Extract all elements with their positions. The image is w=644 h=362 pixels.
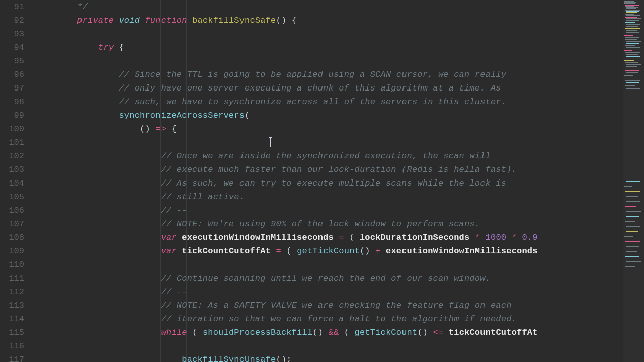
minimap-line <box>626 272 640 272</box>
minimap-line <box>625 221 635 222</box>
minimap-line <box>626 261 641 262</box>
minimap-line <box>626 231 638 232</box>
code-line[interactable]: backfillSyncUnsafe(); <box>35 353 623 362</box>
minimap-line <box>625 14 634 15</box>
code-line[interactable] <box>35 136 623 149</box>
code-line[interactable]: // Once we are inside the synchronized e… <box>35 149 623 163</box>
line-number[interactable]: 93 <box>0 27 24 41</box>
line-number[interactable]: 94 <box>0 41 24 54</box>
code-line[interactable]: // still active. <box>35 190 623 204</box>
line-number[interactable]: 114 <box>0 312 24 326</box>
line-number[interactable]: 100 <box>0 122 24 136</box>
line-number[interactable]: 105 <box>0 190 24 204</box>
minimap-line <box>626 246 639 247</box>
minimap-line <box>626 297 637 297</box>
code-line[interactable]: private void function backfillSyncSafe()… <box>35 14 623 27</box>
minimap-line <box>624 236 633 237</box>
line-number[interactable]: 106 <box>0 204 24 217</box>
code-line[interactable]: // iteration so that we can force a halt… <box>35 312 623 326</box>
line-number[interactable]: 102 <box>0 149 24 163</box>
code-line[interactable] <box>35 54 623 68</box>
minimap-line <box>624 75 633 76</box>
code-line[interactable]: // NOTE: We're using 90% of the lock win… <box>35 217 623 231</box>
code-line[interactable]: // As such, we can try to execute multip… <box>35 176 623 190</box>
minimap-line <box>626 226 640 227</box>
minimap-line <box>626 72 638 73</box>
code-line[interactable]: */ <box>35 0 623 14</box>
minimap-line <box>626 342 640 342</box>
minimap-line <box>625 28 640 29</box>
line-number[interactable]: 116 <box>0 339 24 353</box>
minimap-line <box>626 352 641 352</box>
code-line[interactable]: // -- <box>35 204 623 217</box>
minimap-line <box>624 35 633 36</box>
line-number-gutter[interactable]: 9192939495969798991001011021031041051061… <box>0 0 31 362</box>
code-line[interactable]: while ( shouldProcessBackfill() && ( get… <box>35 326 623 339</box>
line-number[interactable]: 111 <box>0 272 24 285</box>
minimap-line <box>625 347 636 347</box>
line-number[interactable]: 104 <box>0 176 24 190</box>
code-area[interactable]: */ private void function backfillSyncSaf… <box>35 0 623 362</box>
minimap-line <box>626 11 639 12</box>
code-line[interactable]: try { <box>35 41 623 54</box>
code-line[interactable]: // Since the TTL is going to be applied … <box>35 68 623 81</box>
fold-column[interactable] <box>31 0 35 362</box>
line-number[interactable]: 110 <box>0 258 24 272</box>
code-line[interactable] <box>35 27 623 41</box>
minimap-line <box>626 277 638 277</box>
code-line[interactable]: // NOTE: As a SAFETY VALVE we are checki… <box>35 299 623 312</box>
line-number[interactable]: 91 <box>0 0 24 14</box>
code-line[interactable]: var tickCountCutoffAt = ( getTickCount()… <box>35 244 623 258</box>
line-number[interactable]: 96 <box>0 68 24 81</box>
line-number[interactable]: 109 <box>0 244 24 258</box>
minimap-line <box>626 26 638 27</box>
minimap-line <box>625 80 640 81</box>
code-line[interactable] <box>35 258 623 272</box>
line-number[interactable]: 108 <box>0 231 24 244</box>
minimap-line <box>625 266 635 267</box>
line-number[interactable]: 98 <box>0 95 24 109</box>
minimap-line <box>625 302 639 302</box>
line-number[interactable]: 107 <box>0 217 24 231</box>
line-number[interactable]: 115 <box>0 326 24 339</box>
minimap-line <box>626 66 637 67</box>
line-number[interactable]: 101 <box>0 136 24 149</box>
line-number[interactable]: 92 <box>0 14 24 27</box>
line-number[interactable]: 117 <box>0 353 24 362</box>
minimap-line <box>625 70 639 71</box>
minimap-line <box>625 85 635 86</box>
code-line[interactable] <box>35 339 623 353</box>
minimap-line <box>625 6 634 7</box>
minimap-line <box>624 3 635 4</box>
line-number[interactable]: 112 <box>0 285 24 299</box>
code-line[interactable]: // Continue scanning until we reach the … <box>35 272 623 285</box>
minimap-line <box>625 101 640 101</box>
minimap-line <box>625 22 635 23</box>
line-number[interactable]: 95 <box>0 54 24 68</box>
line-number[interactable]: 97 <box>0 81 24 95</box>
minimap[interactable] <box>623 0 644 362</box>
minimap-line <box>626 201 640 202</box>
code-line[interactable]: () => { <box>35 122 623 136</box>
minimap-line <box>625 116 638 116</box>
minimap-line <box>624 327 633 327</box>
line-number[interactable]: 103 <box>0 163 24 176</box>
minimap-line <box>626 12 637 13</box>
code-line[interactable]: synchronizeAcrossServers( <box>35 109 623 122</box>
minimap-line <box>625 5 639 6</box>
line-number[interactable]: 99 <box>0 109 24 122</box>
line-number[interactable]: 113 <box>0 299 24 312</box>
code-line[interactable]: var executionWindowInMilliseconds = ( lo… <box>35 231 623 244</box>
code-line[interactable]: // such, we have to synchronize across a… <box>35 95 623 109</box>
minimap-line <box>626 136 638 136</box>
minimap-line <box>626 24 640 25</box>
minimap-line <box>626 54 638 55</box>
minimap-line <box>626 18 641 19</box>
code-line[interactable]: // only have one server executing a chun… <box>35 81 623 95</box>
editor-root: 9192939495969798991001011021031041051061… <box>0 0 644 362</box>
code-line[interactable]: // execute much faster than our lock-dur… <box>35 163 623 176</box>
code-content[interactable]: */ private void function backfillSyncSaf… <box>35 0 623 362</box>
code-line[interactable]: // -- <box>35 285 623 299</box>
minimap-line <box>626 88 640 89</box>
minimap-line <box>625 206 636 207</box>
